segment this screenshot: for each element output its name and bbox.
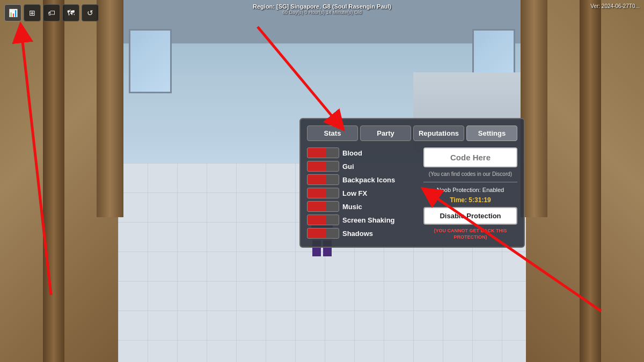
menu-panel: Stats Party Reputations Settings Blood G… — [299, 118, 525, 248]
panel-content: Blood Gui Backpack Icons Low FX Music Sc… — [307, 147, 517, 240]
refresh-icon[interactable]: ↺ — [82, 4, 99, 21]
toggle-lowfx-label: Low FX — [342, 189, 367, 197]
tab-stats[interactable]: Stats — [307, 125, 358, 141]
code-section: (You can find codes in our Discord) Noob… — [423, 147, 517, 240]
toggle-gui-label: Gui — [342, 162, 354, 171]
toggle-screenshaking: Screen Shaking — [307, 215, 418, 225]
toggle-shadows-bar[interactable] — [307, 228, 339, 239]
toggle-blood: Blood — [307, 147, 418, 158]
region-title: Region: [SG] Singapore, G8 (Soul Rasengi… — [253, 3, 391, 10]
toggle-lowfx-bar[interactable] — [307, 188, 339, 198]
bar-chart-icon[interactable]: 📊 — [4, 4, 21, 21]
region-sub: 60 Day(s) 0 Hour(s) 14 Minute(s) Old — [253, 10, 391, 15]
timer-display: Time: 5:31:19 — [423, 196, 517, 204]
region-info: Region: [SG] Singapore, G8 (Soul Rasengi… — [253, 3, 391, 15]
tag-icon[interactable]: 🏷 — [43, 4, 60, 21]
pillar-right-2 — [580, 0, 601, 362]
toggle-gui: Gui — [307, 161, 418, 172]
code-input[interactable] — [423, 147, 517, 167]
map-icon[interactable]: 🗺 — [62, 4, 79, 21]
toggle-music: Music — [307, 201, 418, 212]
settings-toggles: Blood Gui Backpack Icons Low FX Music Sc… — [307, 147, 418, 240]
divider — [423, 182, 517, 182]
warning-text: (YOU CANNOT GET BACK THIS PROTECTION) — [423, 228, 517, 240]
toggle-shadows-label: Shadows — [342, 230, 373, 238]
noob-protection-status: Noob Protection: Enabled — [423, 187, 517, 193]
disable-protection-button[interactable]: Disable Protection — [423, 207, 517, 225]
pillar-left-2 — [43, 0, 64, 362]
toggle-blood-label: Blood — [342, 149, 362, 157]
toggle-music-bar[interactable] — [307, 201, 339, 212]
toggle-music-label: Music — [342, 203, 362, 211]
toggle-backpack: Backpack Icons — [307, 174, 418, 185]
toggle-backpack-label: Backpack Icons — [342, 176, 395, 184]
tab-party[interactable]: Party — [360, 125, 411, 141]
toggle-gui-bar[interactable] — [307, 161, 339, 172]
toggle-lowfx: Low FX — [307, 188, 418, 198]
toggle-screenshaking-label: Screen Shaking — [342, 216, 395, 224]
tab-row: Stats Party Reputations Settings — [307, 125, 517, 141]
hud-icon-bar: 📊 ⊞ 🏷 🗺 ↺ — [4, 4, 99, 21]
toggle-shadows: Shadows — [307, 228, 418, 239]
toggle-screenshaking-bar[interactable] — [307, 215, 339, 225]
grid-icon[interactable]: ⊞ — [24, 4, 41, 21]
tab-reputations[interactable]: Reputations — [413, 125, 464, 141]
toggle-blood-bar[interactable] — [307, 147, 339, 158]
pillar-left-1 — [97, 0, 123, 217]
code-hint: (You can find codes in our Discord) — [423, 171, 517, 178]
version-label: Ver: 2024-06-27T0... — [590, 3, 640, 9]
tab-settings[interactable]: Settings — [466, 125, 517, 141]
window-left — [129, 29, 172, 93]
toggle-backpack-bar[interactable] — [307, 174, 339, 185]
